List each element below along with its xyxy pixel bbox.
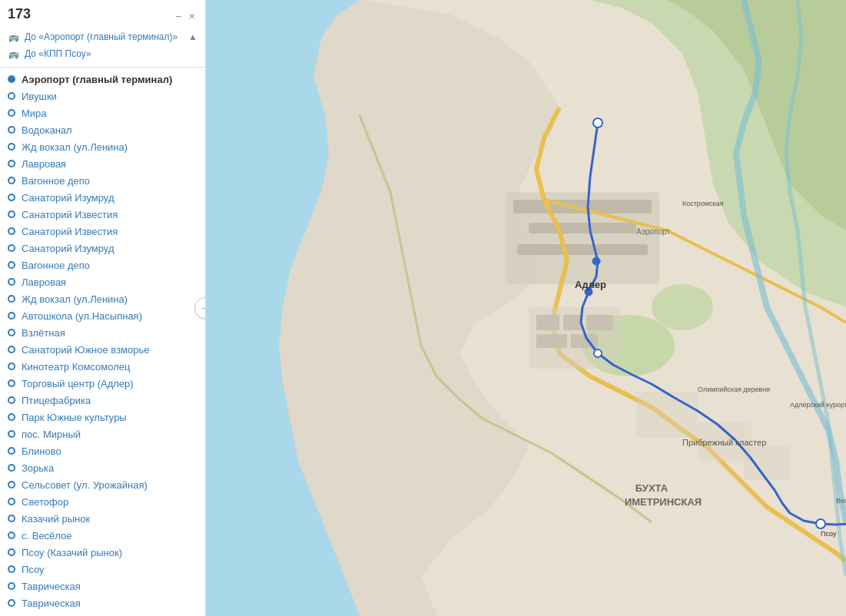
svg-point-20 xyxy=(816,519,825,528)
stop-label-13: Жд вокзал (ул.Ленина) xyxy=(22,293,128,305)
stop-item-16[interactable]: Санаторий Южное взморье xyxy=(0,341,205,358)
stop-dot-16 xyxy=(8,346,15,353)
stop-item-4[interactable]: Жд вокзал (ул.Ленина) xyxy=(0,138,205,155)
stop-dot-12 xyxy=(8,278,15,286)
stop-item-21[interactable]: пос. Мирный xyxy=(0,426,205,442)
stop-label-21: пос. Мирный xyxy=(22,429,81,440)
stop-dot-23 xyxy=(8,464,15,472)
stop-dot-2 xyxy=(8,109,15,117)
stop-item-1[interactable]: Ивушки xyxy=(0,88,205,104)
stop-label-1: Ивушки xyxy=(22,91,57,102)
stop-item-19[interactable]: Птицефабрика xyxy=(0,392,205,409)
stop-dot-30 xyxy=(8,582,15,590)
stop-item-2[interactable]: Мира xyxy=(0,104,205,121)
stop-item-31[interactable]: Таврическая xyxy=(0,594,205,611)
stop-item-32[interactable]: Псоу xyxy=(0,611,205,616)
stop-dot-26 xyxy=(8,515,15,522)
stop-label-14: Автошкола (ул.Насыпная) xyxy=(22,310,142,322)
svg-rect-4 xyxy=(517,244,648,255)
minimize-button[interactable]: − xyxy=(173,10,184,22)
stop-dot-9 xyxy=(8,227,15,235)
stop-label-0: Аэропорт (главный терминал) xyxy=(22,74,172,85)
svg-rect-9 xyxy=(563,315,582,330)
stops-list[interactable]: Аэропорт (главный терминал)ИвушкиМираВод… xyxy=(0,68,205,616)
stop-dot-5 xyxy=(8,160,15,167)
stop-item-8[interactable]: Санаторий Известия xyxy=(0,206,205,223)
stop-item-20[interactable]: Парк Южные культуры xyxy=(0,409,205,426)
stop-label-6: Вагонное депо xyxy=(22,175,90,187)
stop-dot-25 xyxy=(8,498,15,505)
stop-item-13[interactable]: Жд вокзал (ул.Ленина) xyxy=(0,290,205,307)
stop-label-11: Вагонное депо xyxy=(22,260,90,271)
svg-rect-2 xyxy=(513,200,652,214)
stop-item-29[interactable]: Псоу xyxy=(0,561,205,578)
stop-label-15: Взлётная xyxy=(22,327,65,339)
bus-icon-1: 🚌 xyxy=(8,48,20,60)
stop-item-6[interactable]: Вагонное депо xyxy=(0,172,205,189)
sidebar: 173 − × 🚌 До «Аэропорт (главный терминал… xyxy=(0,0,206,616)
map-label-buhta-1: БУХТА xyxy=(635,482,669,494)
direction-label-0: До «Аэропорт (главный терминал)» xyxy=(25,31,177,42)
stop-dot-10 xyxy=(8,244,15,252)
stop-dot-20 xyxy=(8,413,15,421)
close-button[interactable]: × xyxy=(187,10,197,22)
stop-label-31: Таврическая xyxy=(22,598,81,609)
svg-point-16 xyxy=(593,118,602,128)
stop-dot-27 xyxy=(8,532,15,539)
map-label-pribrezhny: Прибрежный кластер xyxy=(682,438,766,447)
stop-item-10[interactable]: Санаторий Изумруд xyxy=(0,240,205,257)
stop-item-22[interactable]: Блиново xyxy=(0,442,205,459)
stop-item-18[interactable]: Торговый центр (Адлер) xyxy=(0,375,205,392)
stop-item-5[interactable]: Лавровая xyxy=(0,155,205,172)
svg-point-6 xyxy=(652,284,713,330)
map-label-psou: Псоу xyxy=(821,530,837,538)
stop-dot-15 xyxy=(8,329,15,336)
map-label-kostromskaya: Костромская xyxy=(682,200,724,207)
stop-dot-21 xyxy=(8,430,15,438)
stop-item-27[interactable]: с. Весёлое xyxy=(0,527,205,544)
directions-list: 🚌 До «Аэропорт (главный терминал)» ▲ 🚌 Д… xyxy=(8,28,197,62)
direction-item-0[interactable]: 🚌 До «Аэропорт (главный терминал)» ▲ xyxy=(8,28,197,45)
stop-item-0[interactable]: Аэропорт (главный терминал) xyxy=(0,71,205,88)
map-label-resort: Адлерский курорт xyxy=(790,401,846,409)
svg-rect-13 xyxy=(636,392,698,438)
stop-item-30[interactable]: Таврическая xyxy=(0,578,205,594)
stop-dot-29 xyxy=(8,565,15,573)
stop-label-7: Санаторий Изумруд xyxy=(22,192,114,204)
stop-label-24: Сельсовет (ул. Урожайная) xyxy=(22,479,148,491)
sidebar-header: 173 − × 🚌 До «Аэропорт (главный терминал… xyxy=(0,0,205,68)
stop-item-12[interactable]: Лавровая xyxy=(0,273,205,290)
svg-rect-8 xyxy=(536,315,559,330)
stop-item-17[interactable]: Кинотеатр Комсомолец xyxy=(0,358,205,375)
stop-dot-31 xyxy=(8,599,15,607)
direction-label-1: До «КПП Псоу» xyxy=(25,48,91,59)
stop-item-28[interactable]: Псоу (Казачий рынок) xyxy=(0,544,205,561)
stop-dot-28 xyxy=(8,548,15,556)
stop-label-2: Мира xyxy=(22,108,47,119)
stop-label-3: Водоканал xyxy=(22,124,72,136)
stop-item-15[interactable]: Взлётная xyxy=(0,324,205,341)
map-label-buhta-2: ИМЕТРИНСКАЯ xyxy=(625,496,702,508)
stop-item-23[interactable]: Зорька xyxy=(0,459,205,476)
stop-dot-19 xyxy=(8,396,15,404)
stop-label-9: Санаторий Известия xyxy=(22,226,118,237)
svg-rect-11 xyxy=(536,334,567,348)
stop-dot-18 xyxy=(8,379,15,387)
map-container[interactable]: Адлер Прибрежный кластер БУХТА ИМЕТРИНСК… xyxy=(206,0,846,616)
stop-dot-1 xyxy=(8,92,15,100)
stop-label-5: Лавровая xyxy=(22,158,66,170)
stop-item-26[interactable]: Казачий рынок xyxy=(0,510,205,527)
route-number: 173 xyxy=(8,6,31,22)
stop-item-9[interactable]: Санаторий Известия xyxy=(0,223,205,240)
stop-item-3[interactable]: Водоканал xyxy=(0,121,205,138)
stop-dot-0 xyxy=(8,75,15,83)
stop-item-25[interactable]: Светофор xyxy=(0,493,205,510)
direction-item-1[interactable]: 🚌 До «КПП Псоу» xyxy=(8,45,197,62)
stop-item-14[interactable]: Автошкола (ул.Насыпная) xyxy=(0,307,205,324)
stop-label-17: Кинотеатр Комсомолец xyxy=(22,361,131,373)
stop-dot-14 xyxy=(8,312,15,320)
stop-item-24[interactable]: Сельсовет (ул. Урожайная) xyxy=(0,476,205,493)
svg-point-19 xyxy=(594,349,602,357)
stop-item-7[interactable]: Санаторий Изумруд xyxy=(0,189,205,206)
stop-item-11[interactable]: Вагонное депо xyxy=(0,257,205,273)
